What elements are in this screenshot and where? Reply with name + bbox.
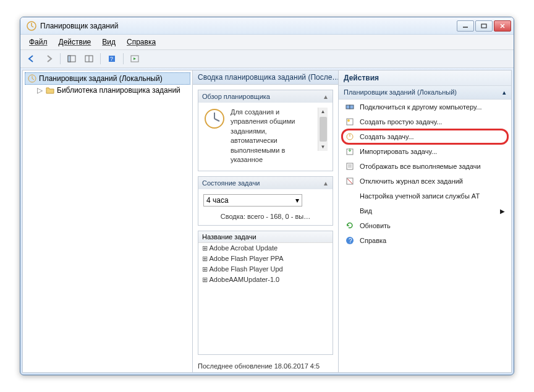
details-pane: Сводка планировщика заданий (После… Обзо… (193, 70, 338, 372)
last-update-status: Последнее обновление 18.06.2017 4:5 (193, 360, 338, 372)
menu-file[interactable]: Файл (24, 36, 53, 48)
console-tree: Планировщик заданий (Локальный) ▷ Библио… (23, 70, 193, 372)
task-list-header[interactable]: Название задачи (198, 231, 333, 243)
tree-root-label: Планировщик заданий (Локальный) (39, 74, 163, 83)
forward-button[interactable] (41, 52, 56, 66)
show-hide-tree-button[interactable] (64, 52, 79, 66)
maximize-button[interactable] (475, 20, 493, 32)
svg-rect-21 (350, 105, 354, 109)
disable-log-icon (345, 176, 355, 186)
svg-point-23 (347, 119, 350, 122)
window-title: Планировщик заданий (40, 22, 457, 30)
svg-rect-8 (68, 56, 70, 62)
titlebar: Планировщик заданий (20, 17, 514, 35)
back-button[interactable] (24, 52, 39, 66)
overview-body: Для создания и управления общими задания… (198, 103, 333, 171)
svg-rect-27 (347, 163, 353, 169)
details-header: Сводка планировщика заданий (После… (193, 70, 338, 85)
window-controls (457, 20, 511, 32)
menubar: Файл Действие Вид Справка (20, 35, 514, 50)
action-view[interactable]: Вид ▶ (339, 203, 511, 218)
time-range-dropdown[interactable]: 4 часа ▾ (203, 194, 302, 207)
expander-icon[interactable]: ▷ (37, 86, 43, 95)
task-row[interactable]: Adobe Flash Player PPA (198, 254, 333, 264)
action-create-task[interactable]: Создать задачу... (339, 129, 511, 144)
properties-button[interactable] (82, 52, 96, 66)
svg-line-2 (32, 26, 33, 27)
overview-header[interactable]: Обзор планировщика ▲ (198, 90, 333, 103)
chevron-down-icon: ▾ (295, 196, 299, 205)
svg-text:?: ? (110, 56, 113, 62)
task-row[interactable]: Adobe Acrobat Update (198, 243, 333, 254)
status-summary: Сводка: всего - 168, 0 - вы… (203, 213, 328, 220)
menu-action[interactable]: Действие (54, 36, 96, 48)
svg-rect-4 (481, 24, 486, 28)
tree-library[interactable]: ▷ Библиотека планировщика заданий (35, 85, 190, 96)
tree-root[interactable]: Планировщик заданий (Локальный) (25, 72, 190, 85)
show-running-icon (345, 161, 355, 171)
task-scheduler-window: Планировщик заданий Файл Действие Вид Сп… (20, 17, 514, 375)
action-at-account[interactable]: Настройка учетной записи службы AT (339, 189, 511, 203)
toolbar-separator (60, 53, 61, 64)
status-body: 4 часа ▾ Сводка: всего - 168, 0 - вы… (198, 189, 333, 225)
close-button[interactable] (494, 20, 511, 32)
status-section: Состояние задачи ▲ 4 часа ▾ Сводка: всег… (198, 176, 333, 226)
create-basic-icon (345, 117, 355, 127)
action-refresh[interactable]: Обновить (339, 218, 511, 233)
overview-section: Обзор планировщика ▲ Для создания и упра… (198, 90, 333, 171)
action-create-basic[interactable]: Создать простую задачу... (339, 114, 511, 129)
help-icon: ? (345, 236, 355, 245)
actions-subheader[interactable]: Планировщик заданий (Локальный) ▴ (339, 86, 511, 100)
toolbar-separator (100, 53, 101, 64)
folder-icon (46, 87, 54, 94)
chevron-up-icon: ▲ (323, 180, 329, 187)
action-disable-log[interactable]: Отключить журнал всех заданий (339, 174, 511, 189)
task-row[interactable]: Adobe Flash Player Upd (198, 264, 333, 275)
blank-icon (345, 191, 355, 201)
collapse-arrow-icon: ▴ (502, 88, 506, 96)
connect-icon (345, 102, 355, 112)
content-area: Планировщик заданий (Локальный) ▷ Библио… (22, 70, 512, 373)
chevron-up-icon: ▲ (323, 93, 329, 100)
import-icon (345, 147, 355, 156)
app-icon (27, 21, 36, 31)
svg-rect-22 (347, 119, 353, 125)
status-header[interactable]: Состояние задачи ▲ (198, 177, 333, 189)
action-connect[interactable]: Подключиться к другому компьютеру... (339, 100, 511, 114)
task-list: Название задачи Adobe Acrobat Update Ado… (198, 231, 333, 355)
minimize-button[interactable] (457, 20, 474, 32)
toolbar: ? (20, 50, 514, 68)
refresh-icon (345, 221, 355, 231)
clock-large-icon (203, 108, 226, 130)
action-help[interactable]: ? Справка (339, 233, 511, 248)
view-icon (345, 206, 355, 216)
action-import[interactable]: Импортировать задачу... (339, 144, 511, 159)
action-show-running[interactable]: Отображать все выполняемые задачи (339, 159, 511, 174)
actions-pane: Действия Планировщик заданий (Локальный)… (338, 70, 511, 372)
svg-line-16 (32, 79, 34, 80)
submenu-arrow-icon: ▶ (500, 208, 505, 215)
details-body: Обзор планировщика ▲ Для создания и упра… (193, 85, 338, 360)
menu-help[interactable]: Справка (122, 36, 161, 48)
actions-header: Действия (339, 70, 511, 86)
overview-text: Для создания и управления общими задания… (231, 108, 313, 164)
overview-scrollbar[interactable]: ▲ ▼ (318, 108, 328, 151)
svg-rect-20 (346, 105, 350, 109)
tree-library-label: Библиотека планировщика заданий (57, 86, 180, 95)
clock-icon (28, 74, 36, 83)
help-button[interactable]: ? (104, 52, 119, 66)
toolbar-separator (123, 53, 124, 64)
svg-text:?: ? (349, 237, 352, 244)
menu-view[interactable]: Вид (97, 36, 121, 48)
create-task-icon (345, 132, 355, 142)
run-button[interactable] (127, 52, 142, 66)
task-row[interactable]: AdobeAAMUpdater-1.0 (198, 275, 333, 285)
svg-line-19 (214, 119, 219, 121)
